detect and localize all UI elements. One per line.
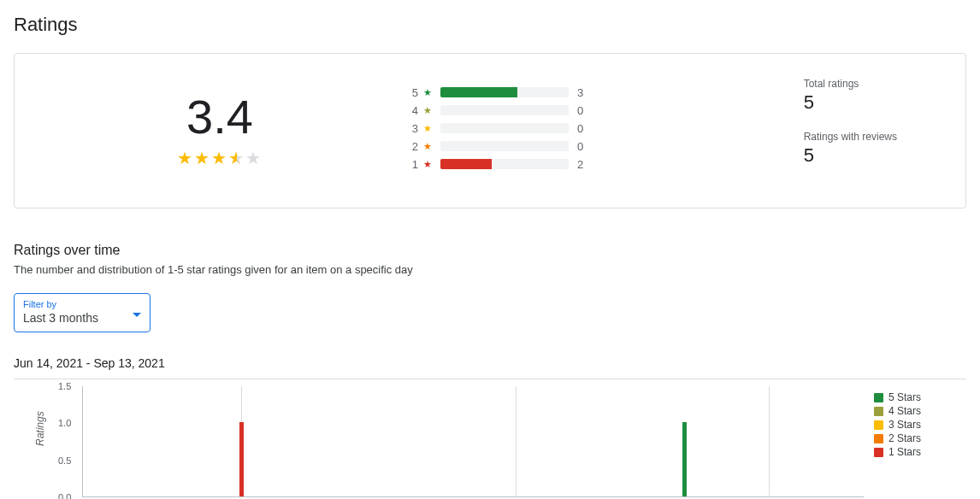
distribution-row-2: 2★0 bbox=[408, 140, 630, 153]
legend-item[interactable]: 4 Stars bbox=[874, 405, 966, 417]
star-empty-icon: ★ bbox=[245, 149, 263, 167]
dist-star-number: 2 bbox=[408, 140, 418, 153]
legend-label: 3 Stars bbox=[888, 419, 921, 431]
chart-y-tick: 0.0 bbox=[58, 492, 71, 499]
chart-month-separator bbox=[516, 386, 517, 496]
chart-bar bbox=[682, 422, 687, 496]
distribution-row-1: 1★2 bbox=[408, 158, 630, 171]
rating-distribution: 5★34★03★02★01★2 bbox=[408, 86, 630, 176]
dist-star-number: 1 bbox=[408, 158, 418, 171]
chart-legend: 5 Stars4 Stars3 Stars2 Stars1 Stars bbox=[864, 386, 966, 499]
dist-count: 3 bbox=[577, 86, 583, 99]
legend-label: 4 Stars bbox=[888, 405, 921, 417]
star-icon: ★ bbox=[423, 141, 435, 152]
star-icon: ★ bbox=[423, 87, 435, 98]
dist-bar-track bbox=[440, 141, 569, 151]
total-ratings-value: 5 bbox=[804, 91, 897, 114]
star-icon: ★ bbox=[423, 123, 435, 134]
chart-plot-area bbox=[82, 386, 864, 497]
chevron-down-icon bbox=[133, 313, 141, 317]
ratings-with-reviews-value: 5 bbox=[804, 144, 897, 167]
page-title: Ratings bbox=[14, 14, 966, 36]
dist-bar-fill bbox=[440, 159, 492, 169]
legend-swatch-icon bbox=[874, 407, 883, 416]
star-icon: ★ bbox=[423, 105, 435, 116]
star-full-icon: ★ bbox=[177, 149, 194, 167]
chart-y-tick: 0.5 bbox=[58, 455, 71, 466]
ratings-with-reviews-stat: Ratings with reviews 5 bbox=[804, 131, 897, 167]
legend-label: 5 Stars bbox=[888, 391, 921, 403]
average-star-row: ★★★★★ bbox=[32, 148, 408, 168]
dist-star-number: 5 bbox=[408, 86, 418, 99]
ratings-chart: Ratings 15171921232527July 2021579111315… bbox=[14, 379, 966, 499]
dist-bar-track bbox=[440, 159, 569, 169]
overtime-section-subtitle: The number and distribution of 1-5 star … bbox=[14, 263, 966, 276]
legend-label: 2 Stars bbox=[888, 432, 921, 444]
chart-month-separator bbox=[769, 386, 770, 496]
star-full-icon: ★ bbox=[194, 149, 211, 167]
chart-y-tick: 1.5 bbox=[58, 381, 71, 391]
dist-bar-track bbox=[440, 105, 569, 115]
dist-count: 0 bbox=[577, 104, 583, 117]
legend-item[interactable]: 3 Stars bbox=[874, 419, 966, 431]
dist-count: 0 bbox=[577, 122, 583, 135]
totals-block: Total ratings 5 Ratings with reviews 5 bbox=[804, 78, 948, 184]
distribution-row-4: 4★0 bbox=[408, 104, 630, 117]
legend-swatch-icon bbox=[874, 434, 883, 443]
dist-count: 0 bbox=[577, 140, 583, 153]
star-full-icon: ★ bbox=[211, 149, 228, 167]
dist-star-number: 4 bbox=[408, 104, 418, 117]
dist-bar-track bbox=[440, 123, 569, 133]
total-ratings-label: Total ratings bbox=[804, 78, 897, 90]
legend-item[interactable]: 2 Stars bbox=[874, 432, 966, 444]
chart-date-range: Jun 14, 2021 - Sep 13, 2021 bbox=[14, 356, 966, 370]
dist-star-number: 3 bbox=[408, 122, 418, 135]
legend-item[interactable]: 1 Stars bbox=[874, 446, 966, 458]
filter-legend: Filter by bbox=[23, 299, 141, 309]
legend-label: 1 Stars bbox=[888, 446, 921, 458]
dist-count: 2 bbox=[577, 158, 583, 171]
distribution-row-3: 3★0 bbox=[408, 122, 630, 135]
legend-swatch-icon bbox=[874, 420, 883, 430]
ratings-summary-card: 3.4 ★★★★★ 5★34★03★02★01★2 Total ratings … bbox=[14, 53, 966, 208]
legend-swatch-icon bbox=[874, 393, 883, 402]
filter-by-select[interactable]: Filter by Last 3 months bbox=[14, 293, 151, 332]
average-rating-block: 3.4 ★★★★★ bbox=[32, 93, 408, 168]
total-ratings-stat: Total ratings 5 bbox=[804, 78, 897, 114]
dist-bar-track bbox=[440, 87, 569, 97]
chart-y-axis-label: Ratings bbox=[34, 411, 46, 446]
star-icon: ★ bbox=[423, 159, 435, 170]
ratings-with-reviews-label: Ratings with reviews bbox=[804, 131, 897, 143]
legend-item[interactable]: 5 Stars bbox=[874, 391, 966, 403]
filter-value: Last 3 months bbox=[23, 311, 141, 325]
chart-bar bbox=[239, 422, 244, 496]
star-half-icon: ★ bbox=[228, 148, 245, 168]
dist-bar-fill bbox=[440, 87, 517, 97]
average-rating-value: 3.4 bbox=[32, 93, 408, 141]
overtime-section-title: Ratings over time bbox=[14, 243, 966, 258]
chart-y-tick: 1.0 bbox=[58, 418, 71, 428]
distribution-row-5: 5★3 bbox=[408, 86, 630, 99]
legend-swatch-icon bbox=[874, 448, 883, 457]
